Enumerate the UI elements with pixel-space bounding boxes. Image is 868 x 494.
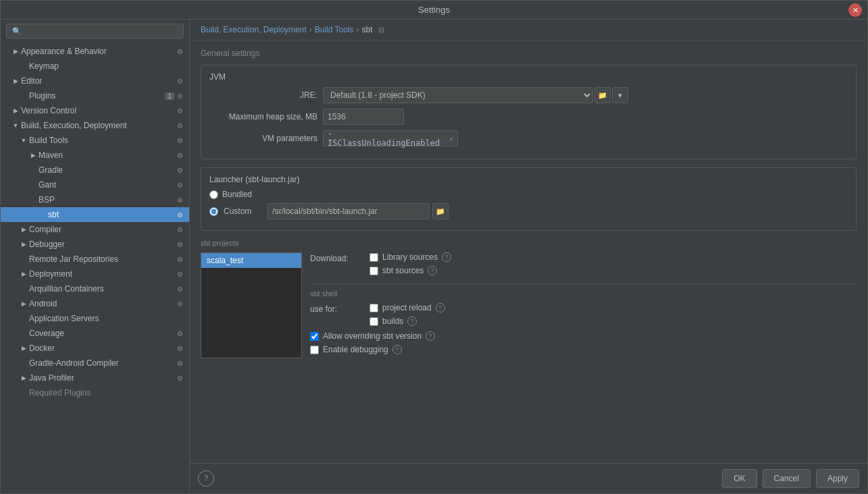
custom-path-input[interactable]: [267, 203, 430, 219]
custom-path-browse-button[interactable]: 📁: [432, 203, 449, 219]
sidebar-item-label: Build, Execution, Deployment: [21, 121, 177, 130]
ok-button[interactable]: OK: [722, 469, 757, 488]
breadcrumb-part1[interactable]: Build, Execution, Deployment: [201, 25, 307, 34]
project-item-scala-test[interactable]: scala_test: [201, 253, 301, 268]
bottom-bar: ? OK Cancel Apply: [190, 463, 867, 493]
allow-override-row: Allow overriding sbt version ?: [310, 331, 857, 341]
sidebar-item-arquillian[interactable]: Arquillian Containers ⚙: [1, 281, 189, 296]
gear-icon: ⚙: [177, 373, 186, 383]
jre-folder-button[interactable]: 📁: [594, 87, 611, 103]
sidebar-item-debugger[interactable]: ▶ Debugger ⚙: [1, 237, 189, 252]
sidebar-item-label: Plugins: [29, 91, 165, 101]
builds-help[interactable]: ?: [407, 317, 417, 326]
sidebar-item-appearance[interactable]: ▶ Appearance & Behavior ⚙: [1, 44, 189, 59]
title-bar: Settings ✕: [1, 1, 867, 20]
cancel-button[interactable]: Cancel: [763, 469, 811, 488]
sidebar-item-keymap[interactable]: Keymap: [1, 59, 189, 74]
custom-radio[interactable]: [209, 207, 218, 216]
sidebar-item-build-execution[interactable]: ▼ Build, Execution, Deployment ⚙: [1, 118, 189, 133]
arrow-icon: [29, 181, 37, 189]
breadcrumb: Build, Execution, Deployment › Build Too…: [190, 20, 867, 40]
sidebar-item-required-plugins[interactable]: Required Plugins: [1, 385, 189, 400]
sidebar-item-editor[interactable]: ▶ Editor ⚙: [1, 74, 189, 88]
arrow-icon: ▶: [11, 77, 20, 85]
sidebar-item-java-profiler[interactable]: ▶ Java Profiler ⚙: [1, 370, 189, 385]
apply-button[interactable]: Apply: [816, 469, 859, 488]
library-sources-checkbox[interactable]: [369, 253, 378, 262]
sidebar-item-gant[interactable]: Gant ⚙: [1, 177, 189, 192]
enable-debug-help[interactable]: ?: [392, 345, 402, 354]
sbt-sources-help[interactable]: ?: [428, 266, 437, 275]
builds-checkbox[interactable]: [369, 317, 378, 326]
breadcrumb-current[interactable]: sbt: [362, 25, 373, 34]
sbt-projects-body: scala_test Download: Library sources: [201, 252, 857, 358]
arrow-icon: ▶: [29, 151, 37, 159]
sidebar-item-label: Build Tools: [29, 136, 177, 145]
chevron-down-icon: ▾: [618, 91, 622, 100]
gear-icon: ⚙: [177, 240, 186, 249]
close-button[interactable]: ✕: [848, 3, 862, 17]
sidebar-item-android[interactable]: ▶ Android ⚙: [1, 296, 189, 311]
sidebar-item-gradle[interactable]: Gradle ⚙: [1, 163, 189, 177]
sidebar-item-label: Gradle-Android Compiler: [29, 358, 177, 368]
gear-icon: ⚙: [177, 195, 186, 204]
download-section: Download: Library sources ?: [310, 252, 857, 275]
project-reload-checkbox[interactable]: [369, 304, 378, 312]
download-label: Download:: [310, 252, 364, 263]
arrow-icon: [29, 166, 37, 174]
max-heap-label: Maximum heap size, MB: [209, 112, 317, 121]
sbt-sources-row: sbt sources ?: [369, 266, 451, 275]
sidebar-item-plugins[interactable]: Plugins 1 ⚙: [1, 88, 189, 103]
sidebar-item-bsp[interactable]: BSP ⚙: [1, 192, 189, 207]
sidebar-item-deployment[interactable]: ▶ Deployment ⚙: [1, 267, 189, 281]
use-for-label: use for:: [310, 303, 364, 314]
launcher-title: Launcher (sbt-launch.jar): [209, 175, 848, 184]
arrow-icon: ▶: [20, 240, 28, 248]
search-input[interactable]: [25, 26, 178, 36]
projects-list: scala_test: [201, 252, 302, 358]
arrow-icon: [20, 255, 28, 263]
vm-clear-button[interactable]: ✕: [449, 135, 453, 142]
breadcrumb-part2[interactable]: Build Tools: [315, 25, 354, 34]
gear-icon: ⚙: [177, 284, 186, 294]
project-reload-help[interactable]: ?: [436, 303, 445, 312]
vm-params-value: -ISClassUnloadingEnabled: [328, 129, 444, 148]
sidebar-item-sbt[interactable]: sbt ⚙: [1, 207, 189, 222]
gear-icon: ⚙: [177, 344, 186, 353]
enable-debug-checkbox[interactable]: [310, 346, 319, 354]
arrow-icon: ▶: [11, 107, 20, 115]
sidebar-item-app-servers[interactable]: Application Servers: [1, 311, 189, 326]
gear-icon: ⚙: [177, 225, 186, 234]
allow-override-help[interactable]: ?: [426, 331, 435, 341]
sidebar-item-maven[interactable]: ▶ Maven ⚙: [1, 148, 189, 163]
help-button[interactable]: ?: [198, 470, 214, 487]
sidebar-item-label: Gant: [39, 180, 177, 190]
jre-row: JRE: Default (1.8 - project SDK) 📁 ▾: [209, 87, 848, 103]
sidebar-item-label: Version Control: [21, 106, 177, 115]
library-sources-help[interactable]: ?: [442, 252, 451, 262]
close-icon: ✕: [852, 6, 859, 15]
sidebar-item-label: Application Servers: [29, 314, 189, 323]
sidebar-item-gradle-android[interactable]: Gradle-Android Compiler ⚙: [1, 356, 189, 370]
sidebar-item-remote-jar[interactable]: Remote Jar Repositories ⚙: [1, 252, 189, 267]
jre-dropdown-button[interactable]: ▾: [612, 87, 628, 103]
sidebar-item-compiler[interactable]: ▶ Compiler ⚙: [1, 222, 189, 237]
sidebar-item-label: Java Profiler: [29, 373, 177, 383]
sidebar-item-coverage[interactable]: Coverage ⚙: [1, 326, 189, 341]
max-heap-input[interactable]: [323, 109, 404, 125]
sidebar-item-version-control[interactable]: ▶ Version Control ⚙: [1, 103, 189, 118]
sbt-sources-checkbox[interactable]: [369, 267, 378, 275]
allow-override-checkbox[interactable]: [310, 332, 319, 341]
arrow-icon: [20, 314, 28, 323]
bundled-radio[interactable]: [209, 190, 218, 199]
custom-path-container: 📁: [267, 203, 449, 219]
sidebar-item-docker[interactable]: ▶ Docker ⚙: [1, 341, 189, 356]
jre-dropdown[interactable]: Default (1.8 - project SDK): [323, 87, 593, 103]
search-box[interactable]: 🔍: [6, 24, 184, 38]
sidebar: 🔍 ▶ Appearance & Behavior ⚙ Keymap ▶: [1, 20, 190, 493]
content-area: Build, Execution, Deployment › Build Too…: [190, 20, 867, 493]
sidebar-item-build-tools[interactable]: ▼ Build Tools ⚙: [1, 133, 189, 148]
sidebar-item-label: Deployment: [29, 269, 177, 279]
gear-icon: ⚙: [177, 136, 186, 145]
jre-select: Default (1.8 - project SDK) 📁 ▾: [323, 87, 628, 103]
